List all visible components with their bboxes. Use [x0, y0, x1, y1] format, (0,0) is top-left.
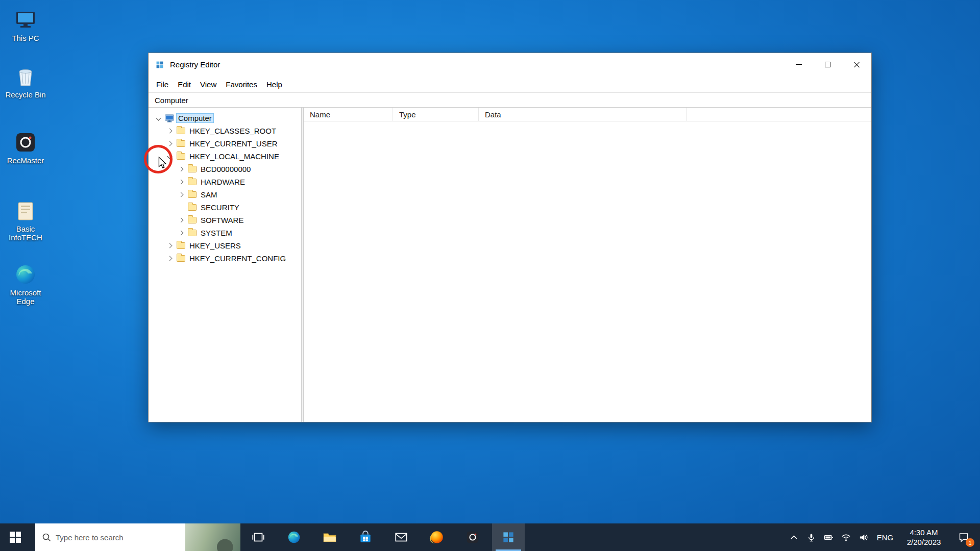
chevron-right-icon[interactable] [175, 180, 186, 184]
desktop-icon-recycle-bin[interactable]: Recycle Bin [4, 64, 47, 99]
firefox-icon [429, 530, 445, 545]
menu-view[interactable]: View [195, 78, 221, 91]
basic-infotech-icon [13, 198, 38, 223]
value-list-empty-area[interactable] [304, 121, 871, 422]
search-highlight-image[interactable] [185, 523, 240, 551]
tree-item-system[interactable]: SYSTEM [149, 227, 301, 239]
chevron-right-icon[interactable] [175, 193, 186, 196]
column-header-type[interactable]: Type [393, 108, 479, 121]
taskbar-firefox-button[interactable] [421, 523, 453, 551]
tree-item-hkey-current-config[interactable]: HKEY_CURRENT_CONFIG [149, 252, 301, 265]
chevron-right-icon[interactable] [175, 218, 186, 222]
taskbar-store-button[interactable] [349, 523, 382, 551]
menu-file[interactable]: File [152, 78, 173, 91]
task-view-icon [251, 530, 266, 545]
store-icon [358, 530, 373, 545]
tree-item-sam[interactable]: SAM [149, 188, 301, 201]
tree-item-label: HKEY_USERS [187, 241, 243, 251]
tray-chevron-up-button[interactable] [785, 523, 802, 551]
minimize-button[interactable] [784, 53, 813, 76]
taskbar-mail-button[interactable] [385, 523, 418, 551]
tray-microphone-button[interactable] [802, 523, 820, 551]
registry-editor-window: Registry Editor FileEditViewFavoritesHel… [148, 53, 872, 422]
folder-icon [175, 242, 186, 249]
clock[interactable]: 4:30 AM 2/20/2023 [898, 523, 949, 551]
tray-wifi-button[interactable] [837, 523, 854, 551]
maximize-button[interactable] [813, 53, 842, 76]
chevron-right-icon[interactable] [164, 142, 175, 145]
taskbar-edge-button[interactable] [278, 523, 310, 551]
desktop-icon-edge[interactable]: Microsoft Edge [4, 262, 47, 306]
tree-item-label: SECURITY [199, 203, 241, 212]
folder-icon [175, 140, 186, 147]
tree-item-label: HARDWARE [199, 177, 247, 187]
taskbar-file-explorer-button[interactable] [313, 523, 346, 551]
desktop-icon-recmaster[interactable]: RecMaster [4, 130, 47, 165]
taskbar-recmaster-button[interactable] [456, 523, 489, 551]
desktop-icon-this-pc[interactable]: This PC [4, 8, 47, 42]
folder-icon [186, 166, 198, 172]
menu-favorites[interactable]: Favorites [221, 78, 262, 91]
tree-item-hkey-classes-root[interactable]: HKEY_CLASSES_ROOT [149, 124, 301, 137]
folder-icon [186, 179, 198, 185]
tree-item-security[interactable]: SECURITY [149, 201, 301, 214]
maximize-icon [825, 62, 830, 67]
menu-edit[interactable]: Edit [173, 78, 195, 91]
tree-item-label: HKEY_CURRENT_CONFIG [187, 254, 288, 263]
tray-icon-buttons [785, 523, 872, 551]
tree-item-label: HKEY_LOCAL_MACHINE [187, 152, 281, 161]
notification-badge: 1 [966, 538, 974, 547]
this-pc-icon [13, 8, 38, 32]
folder-icon [186, 204, 198, 211]
title-bar[interactable]: Registry Editor [149, 53, 871, 76]
search-icon [41, 532, 52, 542]
recycle-bin-icon [13, 64, 38, 89]
desktop-icon-label: Microsoft Edge [4, 288, 47, 306]
tray-battery-button[interactable] [820, 523, 837, 551]
recmaster-icon [465, 530, 480, 545]
tree-item-label: HKEY_CLASSES_ROOT [187, 126, 278, 136]
menu-help[interactable]: Help [262, 78, 287, 91]
tray-volume-button[interactable] [854, 523, 872, 551]
chevron-down-icon[interactable] [153, 116, 164, 120]
column-header-filler [687, 108, 871, 121]
taskbar-task-view-button[interactable] [242, 523, 275, 551]
taskbar-regedit-button[interactable] [492, 523, 525, 551]
microphone-icon [806, 533, 816, 542]
chevron-right-icon[interactable] [164, 244, 175, 247]
language-indicator[interactable]: ENG [872, 523, 898, 551]
tree-item-hkey-users[interactable]: HKEY_USERS [149, 239, 301, 252]
system-tray: ENG 4:30 AM 2/20/2023 1 [785, 523, 980, 551]
taskbar-search[interactable] [35, 523, 240, 551]
menu-bar: FileEditViewFavoritesHelp [149, 76, 871, 92]
windows-logo-icon [10, 532, 21, 543]
search-input[interactable] [52, 533, 185, 542]
edge-icon [13, 262, 38, 287]
regedit-icon [501, 530, 516, 545]
clock-date: 2/20/2023 [907, 537, 941, 547]
tree-item-label: Computer [176, 113, 214, 123]
desktop-icon-basic-infotech[interactable]: Basic InfoTECH [4, 198, 47, 242]
chevron-right-icon[interactable] [164, 257, 175, 260]
tree-item-hkey-current-user[interactable]: HKEY_CURRENT_USER [149, 137, 301, 150]
close-button[interactable] [842, 53, 871, 76]
address-bar[interactable]: Computer [149, 92, 871, 108]
file-explorer-icon [322, 530, 337, 545]
chevron-right-icon[interactable] [175, 231, 186, 235]
clock-time: 4:30 AM [910, 528, 938, 538]
action-center-button[interactable]: 1 [949, 523, 978, 551]
window-title: Registry Editor [170, 60, 220, 69]
start-button[interactable] [0, 523, 30, 551]
column-header-name[interactable]: Name [304, 108, 393, 121]
chevron-right-icon[interactable] [164, 129, 175, 133]
close-icon [853, 61, 861, 68]
chevron-up-icon [789, 533, 799, 542]
desktop-icon-label: Basic InfoTECH [4, 224, 47, 242]
mail-icon [394, 530, 409, 545]
column-header-data[interactable]: Data [479, 108, 687, 121]
tree-item-software[interactable]: SOFTWARE [149, 214, 301, 227]
tree-item-label: SYSTEM [199, 228, 234, 238]
chevron-right-icon[interactable] [175, 167, 186, 171]
tree-item-hardware[interactable]: HARDWARE [149, 176, 301, 188]
tree-item-computer[interactable]: Computer [149, 112, 301, 124]
